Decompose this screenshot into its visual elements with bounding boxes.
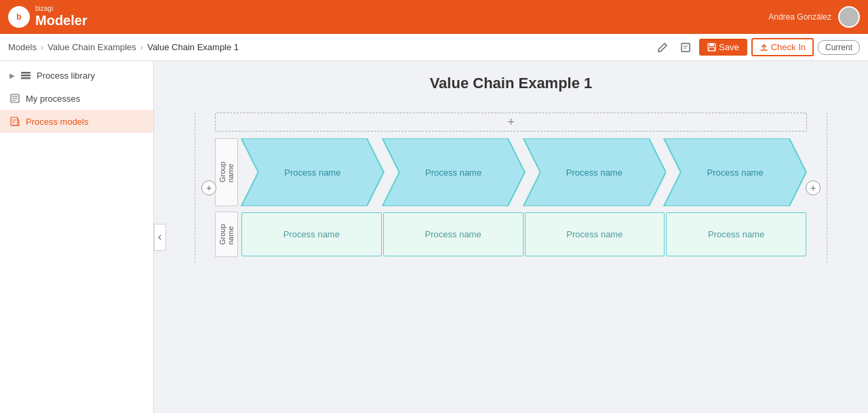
breadcrumb-value-chain-examples[interactable]: Value Chain Examples (47, 42, 136, 52)
svg-rect-4 (709, 43, 714, 46)
group-label-1: Groupname (215, 138, 238, 206)
add-right-button[interactable]: + (806, 180, 821, 195)
chevron-item-2[interactable]: Process name (382, 138, 526, 206)
group-row-1: Groupname Process name (215, 138, 807, 206)
chevron-item-3[interactable]: Process name (523, 138, 667, 206)
chevron-label-2: Process name (425, 168, 481, 178)
collapse-sidebar-button[interactable] (154, 224, 166, 251)
chevron-item-4[interactable]: Process name (663, 138, 807, 206)
svg-rect-7 (21, 75, 31, 77)
library-icon (20, 70, 31, 81)
collapse-icon (157, 234, 163, 241)
breadcrumb-sep-1: › (41, 42, 43, 52)
sidebar: ▶ Process library My processes Process m… (0, 61, 154, 413)
process-models-icon (9, 116, 20, 127)
rect-label-1: Process name (283, 229, 340, 239)
breadcrumb-models[interactable]: Models (8, 42, 37, 52)
breadcrumb-sep-2: › (140, 42, 143, 52)
logo-text: bizagi Modeler (35, 5, 87, 28)
svg-rect-6 (21, 72, 31, 74)
rect-item-3[interactable]: Process name (525, 212, 665, 256)
left-border (195, 113, 195, 262)
sidebar-item-process-library[interactable]: ▶ Process library (0, 64, 153, 87)
brand-name: bizagi (35, 5, 87, 12)
chevron-item-1[interactable]: Process name (241, 138, 384, 206)
expand-icon: ▶ (9, 72, 15, 79)
product-name: Modeler (35, 12, 87, 28)
toolbar-actions: Save Check In Current (653, 38, 860, 57)
app-logo: b bizagi Modeler (8, 5, 87, 28)
rect-item-1[interactable]: Process name (241, 212, 382, 256)
group-content-1: Process name Process name (241, 138, 807, 206)
add-row-icon: + (507, 115, 515, 130)
add-row-top-button[interactable]: + (215, 113, 807, 132)
main-layout: ▶ Process library My processes Process m… (0, 61, 868, 413)
app-header: b bizagi Modeler Andrea González (0, 0, 868, 34)
canvas-container: + + + Groupname (195, 99, 827, 276)
svg-rect-5 (709, 47, 715, 51)
avatar[interactable] (838, 6, 860, 28)
svg-rect-8 (21, 77, 31, 79)
diagram-inner: + Groupname Process name (195, 99, 827, 276)
download-button[interactable] (676, 38, 695, 57)
svg-rect-2 (682, 43, 690, 52)
rect-label-3: Process name (566, 229, 623, 239)
group-label-2: Groupname (215, 212, 238, 257)
toolbar: Models › Value Chain Examples › Value Ch… (0, 34, 868, 61)
sidebar-label-process-library: Process library (37, 71, 95, 81)
diagram-title: Value Chain Example 1 (154, 61, 868, 99)
sidebar-item-process-models[interactable]: Process models (0, 110, 153, 133)
breadcrumb: Models › Value Chain Examples › Value Ch… (8, 42, 649, 52)
rect-item-4[interactable]: Process name (666, 212, 806, 256)
svg-rect-10 (11, 117, 18, 125)
add-left-button[interactable]: + (201, 180, 216, 195)
group-content-2: Process name Process name Process name P… (241, 212, 807, 257)
header-right: Andrea González (768, 6, 860, 28)
rect-item-2[interactable]: Process name (383, 212, 524, 256)
my-processes-icon (9, 93, 20, 104)
checkin-button[interactable]: Check In (751, 38, 814, 56)
chevron-label-4: Process name (707, 168, 764, 178)
sidebar-item-my-processes[interactable]: My processes (0, 87, 153, 110)
save-button[interactable]: Save (699, 39, 747, 56)
sidebar-label-process-models: Process models (26, 117, 88, 127)
svg-text:b: b (16, 12, 21, 22)
current-button[interactable]: Current (818, 40, 860, 55)
right-border (827, 113, 827, 262)
username-label: Andrea González (768, 12, 831, 22)
chevron-label-1: Process name (284, 168, 340, 178)
rect-label-2: Process name (425, 229, 481, 239)
main-canvas: Value Chain Example 1 + + + Gro (154, 61, 868, 413)
logo-icon: b (8, 6, 30, 28)
rect-label-4: Process name (708, 229, 764, 239)
edit-button[interactable] (653, 38, 672, 57)
sidebar-label-my-processes: My processes (26, 94, 80, 104)
chevron-label-3: Process name (566, 168, 623, 178)
breadcrumb-current: Value Chain Example 1 (147, 42, 239, 52)
group-row-2: Groupname Process name Process name Proc… (215, 212, 807, 257)
